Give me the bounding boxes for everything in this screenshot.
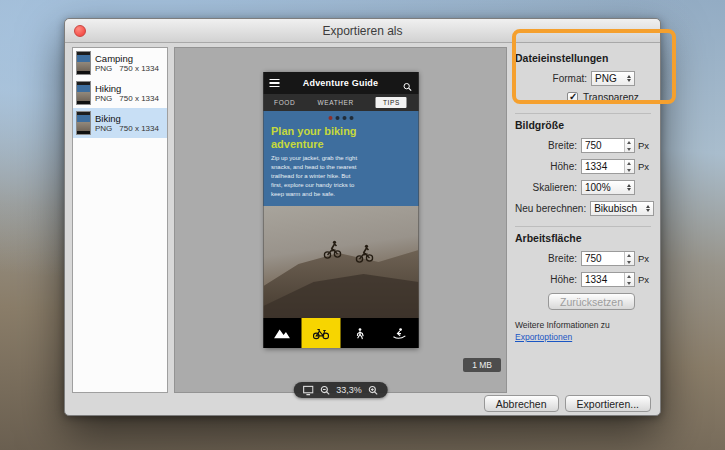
artboard-name: Hiking [95,83,159,94]
hamburger-menu-icon [269,79,279,88]
section-title: Bildgröße [515,119,651,131]
dropdown-arrows-icon [623,184,634,192]
fit-screen-icon[interactable] [302,385,313,396]
height-stepper[interactable] [624,160,634,173]
resample-label: Neu berechnen: [515,203,590,214]
carousel-dots [271,116,410,120]
tab-food: FOOD [274,99,295,106]
scale-select[interactable]: 100% [581,180,635,195]
height-stepper[interactable] [624,273,634,286]
list-item-hiking[interactable]: Hiking PNG750 x 1334 [73,78,167,108]
width-stepper[interactable] [624,139,634,152]
export-button[interactable]: Exportieren... [565,395,651,412]
transparency-label: Transparenz [583,92,639,103]
hiker-icon [341,318,380,348]
canvas-height-label: Höhe: [515,274,581,285]
list-item-camping[interactable]: Camping PNG750 x 1334 [73,48,167,78]
image-width-input[interactable] [582,139,624,152]
canvas-width-input[interactable] [582,252,624,265]
section-title: Arbeitsfläche [515,232,651,244]
app-header: Adventure Guide [263,72,418,94]
artboard-thumbnail [76,51,91,75]
canvas-height-input[interactable] [582,273,624,286]
bikers-photo [263,206,418,318]
unit-label: Px [635,253,651,264]
format-label: Format: [515,73,591,84]
export-as-dialog: Exportieren als Camping PNG750 x 1334 Hi… [64,18,661,416]
zoom-in-icon[interactable] [368,385,379,396]
artboard-thumbnail [76,81,91,105]
image-size-section: Bildgröße Breite: Px Höhe: Px Skalieren:… [515,113,651,226]
cancel-button[interactable]: Abbrechen [484,395,559,412]
height-label: Höhe: [515,161,581,172]
dropdown-arrows-icon [642,205,653,213]
tab-weather: WEATHER [318,99,354,106]
close-window-button[interactable] [74,25,86,37]
zoom-out-icon[interactable] [319,385,330,396]
artboard-meta: PNG750 x 1334 [95,124,159,134]
canvas-width-label: Breite: [515,253,581,264]
unit-label: Px [635,140,651,151]
resample-select[interactable]: Bikubisch [590,201,654,216]
ski-rider-icon [379,318,418,348]
width-stepper[interactable] [624,252,634,265]
unit-label: Px [635,161,651,172]
export-options-link[interactable]: Exportoptionen [515,332,572,342]
app-body-text: Zip up your jacket, grab the right snack… [271,154,359,199]
search-icon [402,78,412,88]
scale-label: Skalieren: [515,182,581,193]
tab-tips: TIPS [376,97,407,108]
artboard-name: Biking [95,113,159,124]
width-label: Breite: [515,140,581,151]
app-headline: Plan your biking adventure [271,125,381,150]
app-title: Adventure Guide [283,78,398,88]
settings-panel: Dateieinstellungen Format: PNG Transpare… [513,47,653,393]
mountain-icon [263,318,302,348]
dropdown-arrows-icon [623,75,634,83]
canvas-size-section: Arbeitsfläche Breite: Px Höhe: Px Zurück… [515,226,651,314]
dialog-footer-buttons: Abbrechen Exportieren... [484,395,651,412]
unit-label: Px [635,274,651,285]
app-tab-bar: FOOD WEATHER TIPS [263,94,418,111]
image-height-input[interactable] [582,160,624,173]
format-select[interactable]: PNG [591,71,635,86]
window-titlebar[interactable]: Exportieren als [65,19,660,43]
artboard-thumbnail [76,111,91,135]
zoom-controls: 33,3% [293,382,388,398]
artboard-list: Camping PNG750 x 1334 Hiking PNG750 x 13… [72,47,168,393]
artboard-meta: PNG750 x 1334 [95,64,159,74]
app-content-section: Plan your biking adventure Zip up your j… [263,111,418,206]
zoom-level: 33,3% [336,385,362,395]
artboard-preview: Adventure Guide FOOD WEATHER TIPS Plan y… [263,72,418,348]
artboard-name: Camping [95,53,159,64]
preview-canvas: Adventure Guide FOOD WEATHER TIPS Plan y… [174,47,507,393]
file-settings-section: Dateieinstellungen Format: PNG Transpare… [515,47,651,113]
list-item-biking[interactable]: Biking PNG750 x 1334 [73,108,167,138]
reset-button[interactable]: Zurücksetzen [548,293,635,310]
dialog-content: Camping PNG750 x 1334 Hiking PNG750 x 13… [72,47,653,393]
artboard-meta: PNG750 x 1334 [95,94,159,104]
more-info-text: Weitere Informationen zu Exportoptionen [515,320,651,344]
transparency-checkbox[interactable] [567,92,578,103]
app-bottom-nav [263,318,418,348]
window-title: Exportieren als [322,24,402,38]
section-title: Dateieinstellungen [515,52,651,64]
bike-icon [302,318,341,348]
file-size-badge: 1 MB [463,358,501,372]
